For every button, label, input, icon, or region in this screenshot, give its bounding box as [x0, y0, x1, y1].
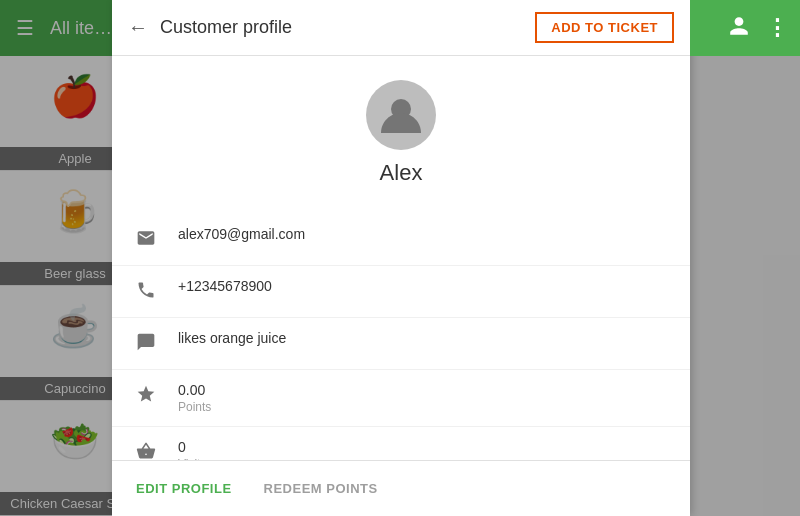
person-icon-right[interactable] [728, 15, 750, 42]
points-value: 0.00 [178, 382, 211, 398]
phone-content: +12345678900 [178, 278, 272, 294]
points-row: 0.00 Points [112, 370, 690, 427]
modal-footer: EDIT PROFILE REDEEM POINTS [112, 460, 690, 516]
note-value: likes orange juice [178, 330, 286, 346]
visits-value: 0 [178, 439, 206, 455]
back-icon[interactable]: ← [128, 16, 148, 39]
avatar [366, 80, 436, 150]
note-content: likes orange juice [178, 330, 286, 346]
phone-icon [136, 280, 158, 305]
phone-row: +12345678900 [112, 266, 690, 318]
avatar-icon [377, 91, 425, 139]
customer-profile-modal: ← Customer profile ADD TO TICKET Alex al [112, 0, 690, 516]
info-rows: alex709@gmail.com +12345678900 likes ora… [112, 206, 690, 460]
redeem-points-button[interactable]: REDEEM POINTS [264, 477, 378, 500]
right-top-bar: ⋮ [690, 0, 800, 56]
visits-row: 0 Visits [112, 427, 690, 460]
email-icon [136, 228, 158, 253]
points-content: 0.00 Points [178, 382, 211, 414]
points-label: Points [178, 400, 211, 414]
modal-header: ← Customer profile ADD TO TICKET [112, 0, 690, 56]
modal-title: Customer profile [160, 17, 523, 38]
email-row: alex709@gmail.com [112, 214, 690, 266]
add-to-ticket-button[interactable]: ADD TO TICKET [535, 12, 674, 43]
more-icon-right[interactable]: ⋮ [766, 15, 788, 41]
star-icon [136, 384, 158, 409]
email-content: alex709@gmail.com [178, 226, 305, 242]
phone-value: +12345678900 [178, 278, 272, 294]
avatar-section: Alex [112, 80, 690, 206]
note-row: likes orange juice [112, 318, 690, 370]
note-icon [136, 332, 158, 357]
email-value: alex709@gmail.com [178, 226, 305, 242]
basket-icon [136, 441, 158, 460]
customer-name: Alex [380, 160, 423, 186]
visits-content: 0 Visits [178, 439, 206, 460]
modal-body: Alex alex709@gmail.com +12345678900 [112, 56, 690, 460]
edit-profile-button[interactable]: EDIT PROFILE [136, 477, 232, 500]
